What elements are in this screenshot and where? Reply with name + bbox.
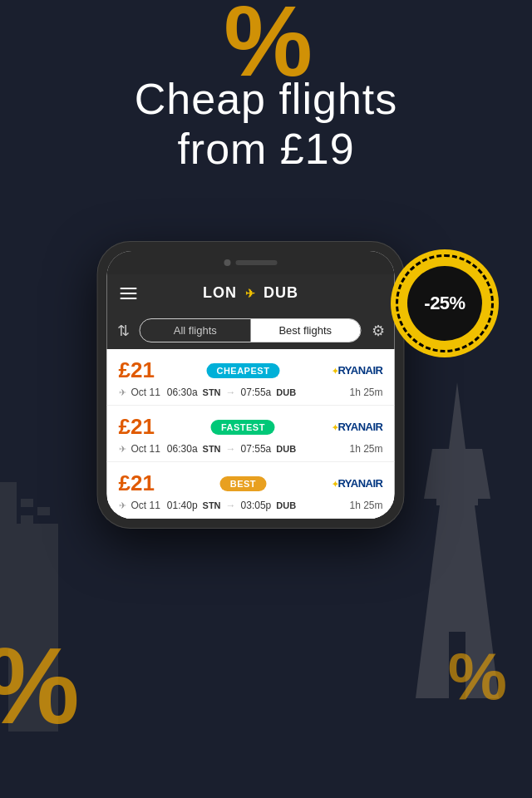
bg-percent-bottom-left: %	[0, 623, 80, 748]
phone-speaker	[236, 260, 278, 265]
depart-airport: STN	[203, 387, 221, 397]
flight-date: Oct 11	[131, 500, 160, 511]
flight-card[interactable]: £21 FASTEST ✦RYANAIR ✈ Oct 11 06:30a STN…	[107, 406, 395, 462]
arrive-airport: DUB	[276, 387, 296, 397]
hero-text: Cheap flights from £19	[0, 75, 532, 175]
flight-badge-best: BEST	[220, 476, 266, 491]
hamburger-menu-icon[interactable]	[121, 288, 137, 299]
badge-text: -25%	[424, 293, 465, 314]
depart-airport: STN	[203, 444, 221, 454]
flight-duration: 1h 25m	[349, 443, 382, 455]
flight-price: £21	[119, 414, 155, 440]
flight-date: Oct 11	[131, 387, 160, 398]
flight-plane-icon: ✈	[119, 387, 126, 398]
destination-code: DUB	[264, 284, 298, 301]
tabs-group: All flights Best flights	[140, 318, 362, 342]
svg-rect-6	[21, 515, 33, 524]
depart-airport: STN	[203, 500, 221, 510]
hero-line2: from £19	[177, 125, 354, 173]
flight-price: £21	[119, 357, 155, 383]
arrow-separator: →	[226, 500, 236, 511]
bg-percent-bottom-right: %	[448, 638, 507, 715]
flight-plane-icon: ✈	[119, 500, 126, 511]
discount-badge: -25%	[391, 249, 499, 357]
flight-badge-cheapest: CHEAPEST	[206, 363, 279, 378]
svg-rect-1	[445, 449, 470, 456]
phone-status-bar	[107, 251, 395, 274]
flight-badge-fastest: FASTEST	[211, 420, 275, 435]
arrive-airport: DUB	[276, 500, 296, 510]
arrive-time: 07:55a	[241, 443, 272, 455]
airline-logo: ✦RYANAIR	[332, 421, 383, 433]
airline-logo: ✦RYANAIR	[332, 477, 383, 490]
flight-price: £21	[119, 470, 155, 496]
arrive-time: 07:55a	[241, 387, 272, 398]
depart-time: 06:30a	[167, 443, 198, 455]
depart-time: 06:30a	[167, 387, 198, 398]
hero-line1: Cheap flights	[135, 75, 398, 123]
app-header: LON ✈ DUB	[107, 274, 395, 312]
arrow-separator: →	[226, 443, 236, 455]
phone-camera	[224, 259, 231, 266]
filter-icon[interactable]: ⚙	[372, 322, 385, 340]
depart-time: 01:40p	[167, 500, 198, 511]
route-text: LON ✈ DUB	[203, 284, 298, 302]
flights-list: £21 CHEAPEST ✦RYANAIR ✈ Oct 11 06:30a ST…	[107, 349, 395, 519]
svg-rect-9	[37, 524, 50, 532]
svg-rect-8	[37, 507, 50, 515]
arrive-time: 03:05p	[241, 500, 272, 511]
flight-date: Oct 11	[131, 443, 160, 455]
plane-arrow-icon: ✈	[245, 287, 260, 300]
flight-plane-icon: ✈	[119, 444, 126, 455]
tabs-bar: ⇅ All flights Best flights ⚙	[107, 312, 395, 349]
arrow-separator: →	[226, 387, 236, 398]
tab-all-flights[interactable]: All flights	[140, 319, 251, 342]
tab-best-flights[interactable]: Best flights	[250, 319, 361, 342]
svg-rect-7	[21, 532, 33, 540]
svg-rect-5	[21, 499, 33, 507]
arrive-airport: DUB	[276, 444, 296, 454]
phone-mockup: LON ✈ DUB ⇅ All flights Best flights ⚙ £…	[97, 241, 405, 529]
flight-duration: 1h 25m	[349, 500, 382, 511]
airline-logo: ✦RYANAIR	[332, 364, 383, 377]
flight-duration: 1h 25m	[349, 387, 382, 398]
origin-code: LON	[203, 284, 237, 301]
svg-rect-2	[436, 499, 478, 505]
flight-card[interactable]: £21 CHEAPEST ✦RYANAIR ✈ Oct 11 06:30a ST…	[107, 349, 395, 406]
sort-icon[interactable]: ⇅	[117, 322, 130, 340]
flight-card[interactable]: £21 BEST ✦RYANAIR ✈ Oct 11 01:40p STN → …	[107, 462, 395, 519]
